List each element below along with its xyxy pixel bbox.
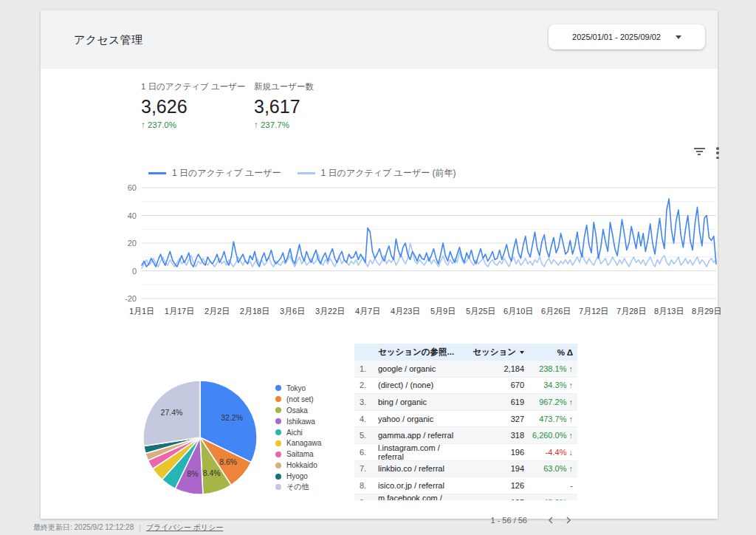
table-row[interactable]: 3.bing / organic619967.2% ↑ bbox=[354, 394, 577, 411]
legend-dot bbox=[275, 474, 281, 480]
cell-delta: 63.0% ↑ bbox=[524, 464, 577, 473]
x-tick-label: 6月10日 bbox=[504, 306, 533, 317]
x-axis-ticks: 1月1日1月17日2月2日2月18日3月6日3月22日4月7日4月23日5月9日… bbox=[142, 306, 716, 316]
y-tick-label: 40 bbox=[107, 211, 137, 220]
column-header-dimension[interactable]: セッションの参照... bbox=[378, 347, 467, 358]
table-row[interactable]: 9.m.facebook.com / referral10543.8% ↑ bbox=[354, 494, 577, 500]
x-tick-label: 7月28日 bbox=[616, 306, 646, 317]
scorecard-daily-active-users: 1 日のアクティブ ユーザー 3,626 ↑ 237.0% bbox=[141, 81, 252, 129]
x-tick-label: 3月6日 bbox=[280, 306, 305, 317]
pie-legend-item: Osaka bbox=[275, 405, 321, 416]
table-header: セッションの参照... セッション % Δ bbox=[354, 344, 577, 361]
cell-sessions: 670 bbox=[467, 381, 524, 389]
table-row[interactable]: 1.google / organic2,184238.1% ↑ bbox=[354, 361, 577, 378]
cell-delta: 43.8% ↑ bbox=[524, 498, 577, 500]
column-header-delta[interactable]: % Δ bbox=[524, 348, 577, 357]
table-row[interactable]: 5.gamma.app / referral3186,260.0% ↑ bbox=[354, 427, 577, 444]
legend-swatch bbox=[298, 172, 315, 174]
page: アクセス管理 2025/01/01 - 2025/09/02 1 日のアクティブ… bbox=[0, 0, 756, 535]
x-tick-label: 8月13日 bbox=[654, 306, 684, 317]
y-tick-label: -20 bbox=[107, 294, 137, 303]
timeseries-legend: 1 日のアクティブ ユーザー1 日のアクティブ ユーザー (前年) bbox=[148, 167, 456, 180]
pie-legend-item: (not set) bbox=[275, 394, 321, 405]
cell-referrer: gamma.app / referral bbox=[378, 431, 467, 440]
legend-dot bbox=[275, 463, 281, 468]
last-updated-text: 最終更新日: 2025/9/2 12:12:28 bbox=[33, 522, 134, 533]
timeseries-plot[interactable] bbox=[142, 188, 716, 299]
scorecard-value: 3,617 bbox=[254, 96, 365, 117]
x-tick-label: 4月23日 bbox=[391, 306, 420, 317]
scorecard-delta: ↑ 237.7% bbox=[254, 120, 365, 129]
cell-sessions: 126 bbox=[467, 481, 524, 490]
region-pie-chart[interactable]: 32.2%8.6%8.4%8%27.4% bbox=[133, 378, 267, 498]
cell-referrer: m.facebook.com / referral bbox=[378, 494, 467, 500]
pie-legend: Tokyo(not set)OsakaIshikawaAichiKanagawa… bbox=[275, 383, 321, 493]
column-header-sessions[interactable]: セッション bbox=[467, 347, 524, 358]
legend-dot bbox=[275, 484, 281, 490]
cell-referrer: bing / organic bbox=[378, 398, 467, 406]
pagination-range: 1 - 56 / 56 bbox=[490, 516, 527, 525]
pie-legend-item: Saitama bbox=[275, 449, 321, 460]
scorecard-delta: ↑ 237.0% bbox=[141, 120, 252, 129]
cell-sessions: 318 bbox=[467, 431, 524, 440]
x-tick-label: 4月7日 bbox=[355, 306, 380, 317]
cell-delta: 6,260.0% ↑ bbox=[524, 431, 577, 440]
cell-sessions: 196 bbox=[467, 448, 524, 457]
row-index: 9. bbox=[354, 498, 378, 500]
more-vert-icon[interactable] bbox=[716, 147, 719, 159]
scorecard-value: 3,626 bbox=[141, 96, 252, 117]
x-tick-label: 8月29日 bbox=[692, 306, 721, 317]
chevron-left-icon[interactable] bbox=[542, 514, 560, 527]
table-row[interactable]: 7.linkbio.co / referral19463.0% ↑ bbox=[354, 461, 577, 478]
date-range-picker[interactable]: 2025/01/01 - 2025/09/02 bbox=[549, 24, 705, 50]
row-index: 2. bbox=[354, 381, 378, 389]
cell-sessions: 327 bbox=[467, 415, 524, 423]
scorecard-label: 1 日のアクティブ ユーザー bbox=[141, 81, 252, 92]
legend-dot bbox=[275, 418, 281, 424]
legend-swatch bbox=[148, 172, 166, 174]
legend-dot bbox=[275, 451, 281, 457]
privacy-policy-link[interactable]: プライバシー ポリシー bbox=[146, 522, 224, 533]
date-range-value: 2025/01/01 - 2025/09/02 bbox=[572, 33, 661, 41]
y-tick-label: 20 bbox=[107, 239, 137, 248]
cell-referrer: (direct) / (none) bbox=[378, 381, 467, 389]
pie-slice-label: 8.6% bbox=[219, 457, 237, 466]
cell-sessions: 619 bbox=[467, 398, 524, 406]
row-index: 6. bbox=[354, 448, 378, 457]
table-row[interactable]: 8.isico.or.jp / referral126- bbox=[354, 477, 577, 494]
x-tick-label: 3月22日 bbox=[315, 306, 345, 317]
cell-sessions: 194 bbox=[467, 464, 524, 473]
row-index: 8. bbox=[354, 481, 378, 490]
report-card: アクセス管理 2025/01/01 - 2025/09/02 1 日のアクティブ… bbox=[41, 10, 718, 519]
x-tick-label: 2月18日 bbox=[240, 306, 269, 317]
timeseries-chart[interactable]: 6040200-20 1月1日1月17日2月2日2月18日3月6日3月22日4月… bbox=[142, 188, 716, 299]
cell-delta: 34.3% ↑ bbox=[524, 381, 577, 389]
pie-slice-label: 27.4% bbox=[161, 408, 183, 417]
chevron-right-icon[interactable] bbox=[560, 514, 577, 527]
row-index: 1. bbox=[354, 364, 378, 373]
cell-referrer: yahoo / organic bbox=[378, 415, 467, 423]
row-index: 7. bbox=[354, 464, 378, 473]
cell-delta: 967.2% ↑ bbox=[524, 398, 577, 406]
table-row[interactable]: 2.(direct) / (none)67034.3% ↑ bbox=[354, 378, 577, 395]
arrow-up-icon: ↑ bbox=[254, 120, 258, 129]
table-row[interactable]: 6.l.instagram.com / referral196-4.4% ↓ bbox=[354, 444, 577, 461]
legend-dot bbox=[275, 407, 281, 413]
x-tick-label: 7月12日 bbox=[579, 306, 608, 317]
row-index: 4. bbox=[354, 415, 378, 423]
pie-slice-label: 8.4% bbox=[203, 468, 221, 477]
pie-legend-item: Hyogo bbox=[275, 471, 321, 482]
x-tick-label: 1月17日 bbox=[165, 306, 194, 317]
x-tick-label: 5月9日 bbox=[430, 306, 456, 317]
pie-slice-label: 32.2% bbox=[221, 413, 243, 422]
table-row[interactable]: 4.yahoo / organic327473.7% ↑ bbox=[354, 411, 577, 428]
chevron-down-icon bbox=[676, 35, 681, 39]
cell-referrer: l.instagram.com / referral bbox=[378, 443, 467, 461]
cell-referrer: linkbio.co / referral bbox=[378, 464, 467, 473]
legend-item: 1 日のアクティブ ユーザー bbox=[148, 167, 281, 180]
arrow-up-icon: ↑ bbox=[141, 120, 145, 129]
scorecard-label: 新規ユーザー数 bbox=[254, 81, 365, 92]
report-footer: 最終更新日: 2025/9/2 12:12:28 | プライバシー ポリシー bbox=[33, 522, 223, 533]
pie-legend-item: Kanagawa bbox=[275, 437, 321, 449]
filter-icon[interactable] bbox=[693, 148, 705, 157]
